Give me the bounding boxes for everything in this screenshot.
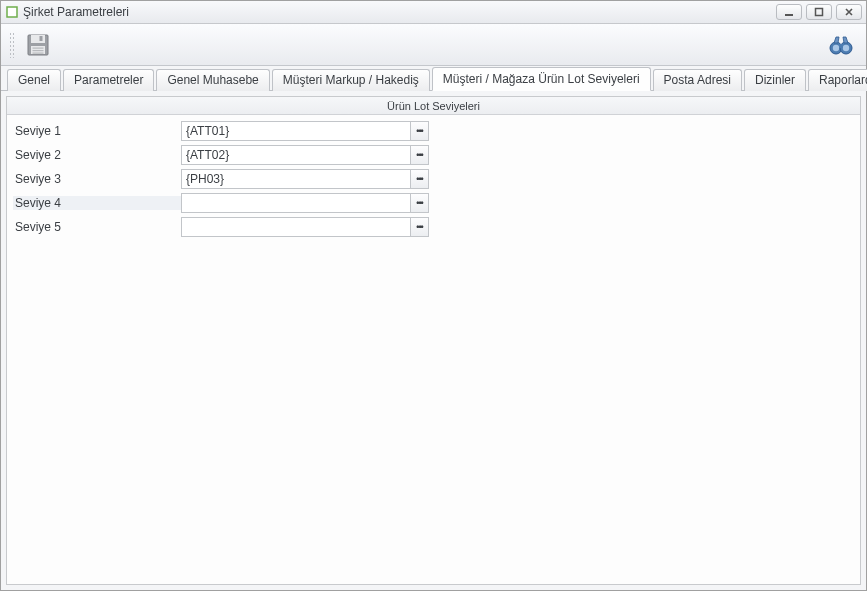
svg-rect-6 xyxy=(40,36,43,41)
input-seviye-1[interactable] xyxy=(182,122,410,140)
floppy-icon xyxy=(25,32,51,58)
tab-urun-lot-seviyeleri[interactable]: Müşteri / Mağaza Ürün Lot Seviyeleri xyxy=(432,67,651,91)
tab-genel[interactable]: Genel xyxy=(7,69,61,91)
tab-panel: Ürün Lot Seviyeleri Seviye 1 ••• Seviye … xyxy=(6,96,861,585)
input-seviye-2[interactable] xyxy=(182,146,410,164)
label-seviye-1: Seviye 1 xyxy=(13,124,181,138)
label-seviye-5: Seviye 5 xyxy=(13,220,181,234)
row-seviye-4: Seviye 4 ••• xyxy=(13,191,854,215)
svg-rect-1 xyxy=(785,14,793,16)
field-seviye-2: ••• xyxy=(181,145,429,165)
lookup-seviye-4[interactable]: ••• xyxy=(410,194,428,212)
window-controls xyxy=(776,4,862,20)
svg-rect-8 xyxy=(33,47,44,48)
lookup-seviye-1[interactable]: ••• xyxy=(410,122,428,140)
toolbar xyxy=(1,24,866,66)
svg-rect-9 xyxy=(33,50,44,51)
svg-rect-15 xyxy=(839,44,843,48)
svg-rect-2 xyxy=(816,9,823,16)
input-seviye-5[interactable] xyxy=(182,218,410,236)
field-seviye-3: ••• xyxy=(181,169,429,189)
window-title: Şirket Parametreleri xyxy=(23,5,776,19)
row-seviye-1: Seviye 1 ••• xyxy=(13,119,854,143)
group-header: Ürün Lot Seviyeleri xyxy=(7,97,860,115)
label-seviye-3: Seviye 3 xyxy=(13,172,181,186)
row-seviye-3: Seviye 3 ••• xyxy=(13,167,854,191)
svg-point-14 xyxy=(843,44,849,50)
svg-point-12 xyxy=(833,44,839,50)
input-seviye-4[interactable] xyxy=(182,194,410,212)
minimize-button[interactable] xyxy=(776,4,802,20)
svg-rect-5 xyxy=(31,35,45,43)
label-seviye-2: Seviye 2 xyxy=(13,148,181,162)
tab-dizinler[interactable]: Dizinler xyxy=(744,69,806,91)
tab-posta-adresi[interactable]: Posta Adresi xyxy=(653,69,742,91)
field-seviye-4: ••• xyxy=(181,193,429,213)
field-seviye-1: ••• xyxy=(181,121,429,141)
label-seviye-4: Seviye 4 xyxy=(13,196,181,210)
binoculars-icon xyxy=(827,33,855,57)
svg-rect-0 xyxy=(7,7,17,17)
app-icon xyxy=(5,5,19,19)
lookup-seviye-3[interactable]: ••• xyxy=(410,170,428,188)
save-button[interactable] xyxy=(21,29,55,61)
row-seviye-5: Seviye 5 ••• xyxy=(13,215,854,239)
app-window: Şirket Parametreleri xyxy=(0,0,867,591)
toolbar-grip xyxy=(9,32,15,58)
tab-genel-muhasebe[interactable]: Genel Muhasebe xyxy=(156,69,269,91)
field-seviye-5: ••• xyxy=(181,217,429,237)
svg-rect-10 xyxy=(33,52,44,53)
maximize-button[interactable] xyxy=(806,4,832,20)
close-button[interactable] xyxy=(836,4,862,20)
binoculars-button[interactable] xyxy=(824,29,858,61)
row-seviye-2: Seviye 2 ••• xyxy=(13,143,854,167)
lookup-seviye-5[interactable]: ••• xyxy=(410,218,428,236)
titlebar: Şirket Parametreleri xyxy=(1,1,866,24)
tab-musteri-markup[interactable]: Müşteri Markup / Hakediş xyxy=(272,69,430,91)
tab-raporlarda[interactable]: Raporlarda G xyxy=(808,69,867,91)
lookup-seviye-2[interactable]: ••• xyxy=(410,146,428,164)
tab-parametreler[interactable]: Parametreler xyxy=(63,69,154,91)
form: Seviye 1 ••• Seviye 2 ••• Seviye 3 ••• xyxy=(7,115,860,243)
input-seviye-3[interactable] xyxy=(182,170,410,188)
tabstrip: Genel Parametreler Genel Muhasebe Müşter… xyxy=(1,66,866,91)
